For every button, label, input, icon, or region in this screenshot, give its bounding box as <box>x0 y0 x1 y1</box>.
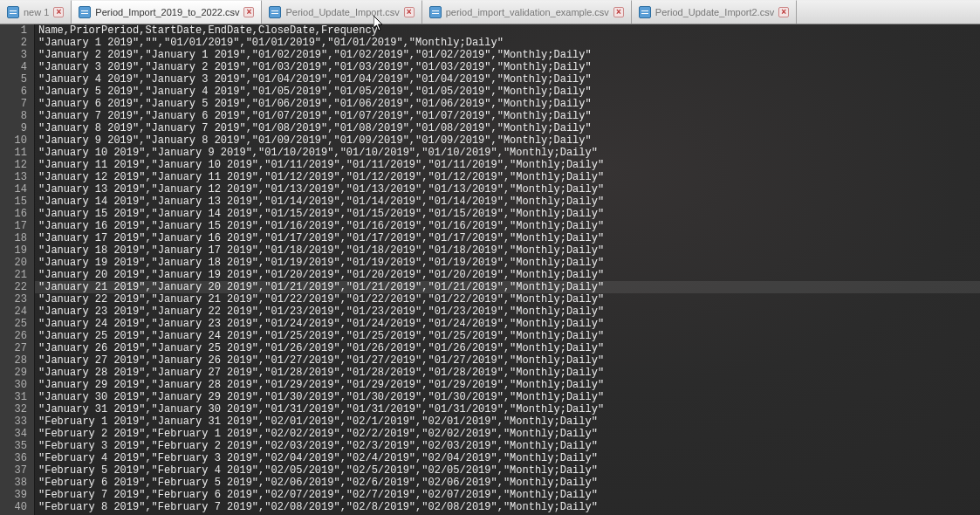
line-number: 33 <box>0 415 27 428</box>
code-line[interactable]: "January 17 2019","January 16 2019","01/… <box>35 232 980 244</box>
line-number: 4 <box>0 61 27 73</box>
line-number: 2 <box>0 37 27 49</box>
line-number: 19 <box>0 244 27 257</box>
line-number: 18 <box>0 232 27 244</box>
code-line[interactable]: "January 5 2019","January 4 2019","01/05… <box>35 86 980 98</box>
file-icon <box>639 6 651 18</box>
code-line[interactable]: "February 6 2019","February 5 2019","02/… <box>35 477 980 489</box>
code-line[interactable]: "January 30 2019","January 29 2019","01/… <box>35 391 980 403</box>
line-number: 28 <box>0 354 27 367</box>
line-number: 3 <box>0 49 27 61</box>
line-number: 22 <box>0 281 27 293</box>
tab-label: Period_Import_2019_to_2022.csv <box>95 7 239 17</box>
code-line[interactable]: "January 2 2019","January 1 2019","01/02… <box>35 49 980 61</box>
code-line[interactable]: "February 3 2019","February 2 2019","02/… <box>35 440 980 452</box>
close-icon[interactable]: × <box>53 7 64 17</box>
tab-label: new 1 <box>24 7 49 17</box>
file-icon <box>79 6 91 18</box>
tab-bar: new 1×Period_Import_2019_to_2022.csv×Per… <box>0 0 980 24</box>
code-line[interactable]: "February 1 2019","January 31 2019","02/… <box>35 415 980 428</box>
line-number-gutter: 1234567891011121314151617181920212223242… <box>0 24 35 515</box>
code-line[interactable]: "February 5 2019","February 4 2019","02/… <box>35 464 980 477</box>
code-line[interactable]: "January 11 2019","January 10 2019","01/… <box>35 159 980 171</box>
line-number: 13 <box>0 171 27 183</box>
file-icon <box>429 6 442 18</box>
code-line[interactable]: "January 8 2019","January 7 2019","01/08… <box>35 122 980 134</box>
code-line[interactable]: "February 4 2019","February 3 2019","02/… <box>35 452 980 464</box>
line-number: 6 <box>0 86 27 98</box>
line-number: 20 <box>0 257 27 269</box>
tab-4[interactable]: Period_Update_Import2.csv× <box>632 0 797 24</box>
code-line[interactable]: "January 13 2019","January 12 2019","01/… <box>35 183 980 196</box>
line-number: 34 <box>0 428 27 440</box>
line-number: 23 <box>0 293 27 306</box>
line-number: 14 <box>0 183 27 196</box>
line-number: 29 <box>0 367 27 379</box>
code-line[interactable]: Name,PriorPeriod,StartDate,EndDate,Close… <box>35 24 980 37</box>
tab-1[interactable]: Period_Import_2019_to_2022.csv× <box>72 0 262 24</box>
text-content[interactable]: Name,PriorPeriod,StartDate,EndDate,Close… <box>35 24 980 515</box>
line-number: 39 <box>0 489 27 501</box>
line-number: 26 <box>0 330 27 342</box>
code-line[interactable]: "February 7 2019","February 6 2019","02/… <box>35 489 980 501</box>
tab-3[interactable]: period_import_validation_example.csv× <box>422 0 632 24</box>
code-line[interactable]: "January 21 2019","January 20 2019","01/… <box>35 281 980 293</box>
code-line[interactable]: "January 4 2019","January 3 2019","01/04… <box>35 73 980 86</box>
code-line[interactable]: "January 23 2019","January 22 2019","01/… <box>35 306 980 318</box>
code-line[interactable]: "January 10 2019","January 9 2019","01/1… <box>35 147 980 159</box>
code-line[interactable]: "January 15 2019","January 14 2019","01/… <box>35 208 980 220</box>
file-icon <box>7 6 19 18</box>
code-line[interactable]: "January 12 2019","January 11 2019","01/… <box>35 171 980 183</box>
line-number: 7 <box>0 98 27 110</box>
tab-label: period_import_validation_example.csv <box>446 7 609 17</box>
line-number: 5 <box>0 73 27 86</box>
code-line[interactable]: "January 19 2019","January 18 2019","01/… <box>35 257 980 269</box>
close-icon[interactable]: × <box>778 7 789 17</box>
code-line[interactable]: "January 28 2019","January 27 2019","01/… <box>35 367 980 379</box>
code-line[interactable]: "January 16 2019","January 15 2019","01/… <box>35 220 980 232</box>
code-line[interactable]: "January 22 2019","January 21 2019","01/… <box>35 293 980 306</box>
line-number: 38 <box>0 477 27 489</box>
tab-0[interactable]: new 1× <box>0 0 72 24</box>
code-line[interactable]: "January 7 2019","January 6 2019","01/07… <box>35 110 980 122</box>
line-number: 30 <box>0 379 27 391</box>
file-icon <box>269 6 281 18</box>
line-number: 11 <box>0 147 27 159</box>
close-icon[interactable]: × <box>613 7 624 17</box>
line-number: 40 <box>0 501 27 513</box>
code-line[interactable]: "January 6 2019","January 5 2019","01/06… <box>35 98 980 110</box>
code-line[interactable]: "January 9 2019","January 8 2019","01/09… <box>35 134 980 147</box>
code-line[interactable]: "February 8 2019","February 7 2019","02/… <box>35 501 980 513</box>
code-line[interactable]: "January 20 2019","January 19 2019","01/… <box>35 269 980 281</box>
line-number: 37 <box>0 464 27 477</box>
code-line[interactable]: "February 2 2019","February 1 2019","02/… <box>35 428 980 440</box>
code-line[interactable]: "January 3 2019","January 2 2019","01/03… <box>35 61 980 73</box>
code-line[interactable]: "January 26 2019","January 25 2019","01/… <box>35 342 980 354</box>
line-number: 35 <box>0 440 27 452</box>
tab-label: Period_Update_Import2.csv <box>655 7 774 17</box>
close-icon[interactable]: × <box>243 7 254 17</box>
tab-bar-filler <box>797 0 980 24</box>
editor: 1234567891011121314151617181920212223242… <box>0 24 980 515</box>
code-line[interactable]: "January 24 2019","January 23 2019","01/… <box>35 318 980 330</box>
code-line[interactable]: "January 25 2019","January 24 2019","01/… <box>35 330 980 342</box>
tab-2[interactable]: Period_Update_Import.csv× <box>262 0 421 24</box>
line-number: 31 <box>0 391 27 403</box>
line-number: 21 <box>0 269 27 281</box>
code-line[interactable]: "January 29 2019","January 28 2019","01/… <box>35 379 980 391</box>
code-line[interactable]: "January 27 2019","January 26 2019","01/… <box>35 354 980 367</box>
line-number: 1 <box>0 24 27 37</box>
line-number: 27 <box>0 342 27 354</box>
code-line[interactable]: "January 1 2019","","01/01/2019","01/01/… <box>35 37 980 49</box>
code-line[interactable]: "January 14 2019","January 13 2019","01/… <box>35 196 980 208</box>
close-icon[interactable]: × <box>404 7 415 17</box>
line-number: 24 <box>0 306 27 318</box>
code-line[interactable]: "January 18 2019","January 17 2019","01/… <box>35 244 980 257</box>
line-number: 16 <box>0 208 27 220</box>
line-number: 15 <box>0 196 27 208</box>
line-number: 36 <box>0 452 27 464</box>
line-number: 32 <box>0 403 27 415</box>
line-number: 9 <box>0 122 27 134</box>
tab-label: Period_Update_Import.csv <box>285 7 399 17</box>
code-line[interactable]: "January 31 2019","January 30 2019","01/… <box>35 403 980 415</box>
